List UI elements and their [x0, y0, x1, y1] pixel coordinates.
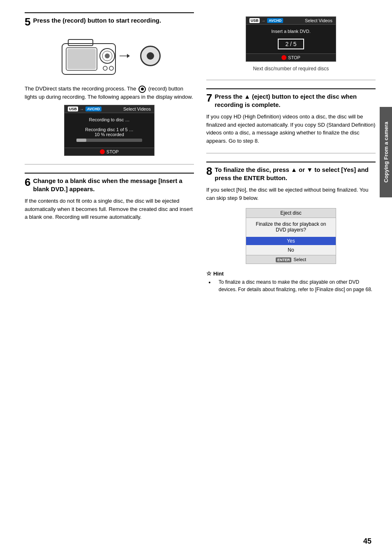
eject-option-no: No: [246, 246, 336, 254]
svg-point-8: [109, 66, 113, 70]
hint-list: To finalize a disc means to make the dis…: [214, 278, 376, 293]
eject-icon-inline: ▲: [244, 93, 250, 100]
screen2-stop-label: STOP: [249, 55, 332, 60]
svg-rect-3: [67, 49, 96, 69]
svg-point-7: [103, 66, 107, 70]
step5-body1: The DVDirect starts the recording proces…: [25, 86, 136, 92]
svg-rect-1: [68, 39, 93, 46]
avchd-badge: AVCHD: [85, 107, 101, 111]
disc-counter: 2 / 5: [278, 39, 304, 49]
step6-number: 6: [25, 177, 30, 188]
hint-bullet: To finalize a disc means to make the dis…: [214, 278, 376, 293]
select-label: Select: [294, 257, 307, 262]
screen2-body: Insert a blank DVD. 2 / 5: [246, 25, 336, 53]
page-container: Copying From a camera 5 Press the (recor…: [0, 0, 392, 558]
screen2-stop: STOP: [288, 55, 300, 60]
svg-marker-10: [127, 54, 130, 58]
step8-number: 8: [206, 166, 212, 176]
screen2-header: USB → AVCHD Select Videos: [246, 17, 336, 25]
screen1-footer: STOP: [65, 148, 154, 155]
main-content: 5 Press the (record) button to start rec…: [0, 0, 392, 558]
right-column: USB → AVCHD Select Videos Insert a blank…: [206, 12, 376, 293]
svg-point-6: [105, 53, 110, 58]
progress-bar-container: [76, 139, 142, 142]
step7-number: 7: [206, 93, 212, 103]
enter-badge: ENTER: [276, 257, 292, 262]
screen2-insert-blank: Insert a blank DVD.: [249, 29, 332, 34]
step5-header: 5 Press the (record) button to start rec…: [25, 12, 194, 27]
two-column-layout: 5 Press the (record) button to start rec…: [25, 12, 376, 293]
disc-counter-caption: Next disc/number of required discs: [206, 66, 376, 72]
device-illustration: [25, 33, 194, 79]
screen2-select-videos: Select Videos: [305, 18, 332, 23]
record-dot: [141, 88, 144, 90]
camera-drawing: [58, 33, 132, 79]
usb-icon: USB: [68, 107, 78, 111]
step5-body: The DVDirect starts the recording proces…: [25, 85, 194, 101]
page-number: 45: [363, 537, 371, 546]
step7-title-wrap: Press the ▲ (eject) button to eject the …: [214, 93, 376, 109]
left-column: 5 Press the (record) button to start rec…: [25, 12, 194, 293]
screen2-stop-icon: [281, 55, 286, 60]
step6-header: 6 Change to a blank disc when the messag…: [25, 173, 194, 193]
hint-title: ☆ Hint: [206, 270, 376, 277]
screen1-line2: Recording disc 1 of 5 …: [68, 127, 151, 132]
step6-title: Change to a blank disc when the message …: [33, 177, 194, 193]
screen1-stop: STOP: [106, 149, 119, 154]
screen2-usb-avchd: USB → AVCHD: [249, 18, 283, 23]
screen2-avchd-badge: AVCHD: [267, 18, 283, 23]
progress-bar-fill: [76, 139, 86, 142]
screen1-usb-avchd: USB → AVCHD: [68, 107, 101, 111]
section-divider-2: [206, 80, 376, 80]
step5-number: 5: [25, 16, 30, 27]
step7-body: If you copy HD (High Definition) videos …: [206, 113, 376, 145]
step5-title: Press the (record) button to start recor…: [33, 16, 161, 25]
screen2-footer: STOP: [246, 53, 336, 61]
eject-screen: Eject disc Finalize the disc for playbac…: [246, 208, 336, 264]
screen1-select-videos: Select Videos: [123, 107, 151, 111]
eject-screen-footer: ENTER Select: [246, 255, 336, 264]
stop-icon: [100, 149, 105, 154]
stop-label: STOP: [68, 149, 151, 154]
section-divider-1: [25, 164, 194, 164]
step7-screen-area: USB → AVCHD Select Videos Insert a blank…: [206, 16, 376, 72]
eject-screen-body: Finalize the disc for playback on DVD pl…: [246, 218, 336, 236]
step8-body: If you select [No], the disc will be eje…: [206, 186, 376, 202]
screen1-header: USB → AVCHD Select Videos: [65, 105, 154, 113]
step8-title: To finalize the disc, press ▲ or ▼ to se…: [214, 166, 376, 182]
screen1-line3: 10 % recorded: [68, 132, 151, 137]
hint-title-label: Hint: [213, 271, 224, 277]
record-icon-inline: [138, 86, 146, 93]
record-button-illustration: [140, 46, 161, 66]
step7-title: Press the ▲ (eject) button to eject the …: [214, 93, 376, 109]
eject-option-yes: Yes: [246, 237, 336, 245]
screen2-usb-icon: USB: [249, 18, 260, 23]
record-button-dot: [147, 52, 154, 60]
screen2-arrow: →: [261, 19, 265, 23]
arrow-icon: →: [80, 107, 84, 111]
screen-blank-dvd: USB → AVCHD Select Videos Insert a blank…: [246, 16, 336, 62]
screen1-line1: Recording to disc …: [68, 117, 151, 122]
step8-header: 8 To finalize the disc, press ▲ or ▼ to …: [206, 162, 376, 182]
screen-recording: USB → AVCHD Select Videos Recording to d…: [64, 105, 154, 156]
section-divider-3: [206, 153, 376, 153]
step6-body: If the contents do not fit onto a single…: [25, 197, 194, 221]
eject-screen-message: Finalize the disc for playback on DVD pl…: [250, 221, 332, 233]
eject-screen-title: Eject disc: [246, 208, 336, 218]
step7-header: 7 Press the ▲ (eject) button to eject th…: [206, 88, 376, 109]
screen1-body: Recording to disc … Recording disc 1 of …: [65, 113, 154, 148]
hint-section: ☆ Hint To finalize a disc means to make …: [206, 270, 376, 293]
hint-icon: ☆: [206, 270, 212, 277]
